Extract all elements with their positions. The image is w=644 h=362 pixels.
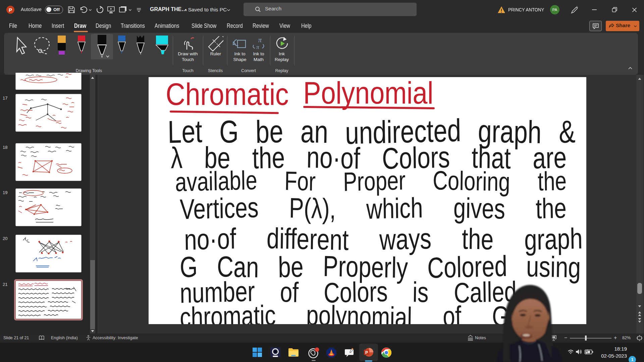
svg-text:P: P <box>9 7 12 13</box>
svg-text:π: π <box>258 37 262 44</box>
svg-text:π: π <box>256 44 259 50</box>
svg-text:P: P <box>365 350 368 355</box>
